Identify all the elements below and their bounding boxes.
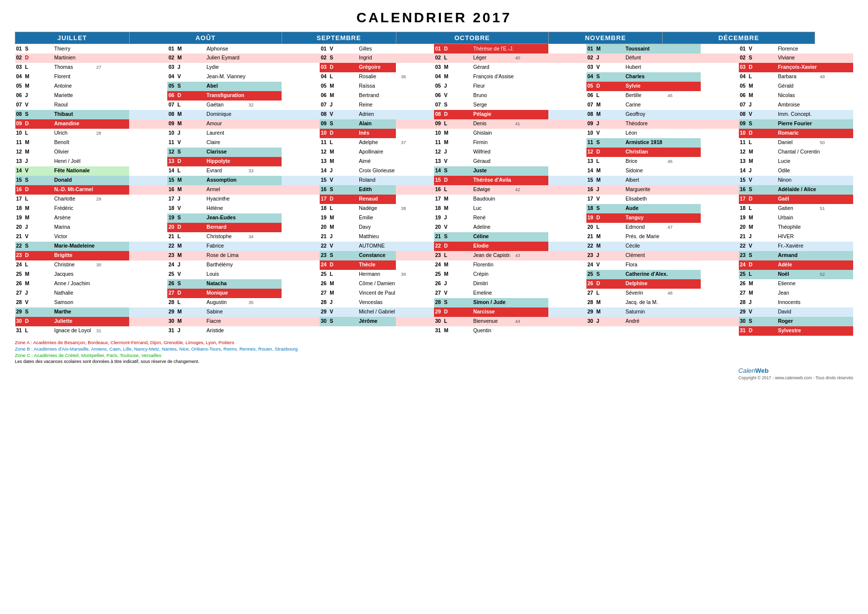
zone-a-text: Zone A : Académies de Besançon, Bordeaux… — [15, 340, 853, 345]
header-octobre: OCTOBRE — [396, 32, 548, 44]
calendar-table: JUILLET AOÛT SEPTEMBRE OCTOBRE NOVEMBRE … — [15, 32, 853, 336]
table-row: 09D Amandine 09M Amour 09S Alain 09L Den… — [15, 119, 854, 129]
header-septembre: SEPTEMBRE — [282, 32, 396, 44]
table-row: 20J Marina 20D Bernard 20M Davy 20V Adel… — [15, 223, 854, 232]
table-row: 16D N.-D. Mt-Carmel 16M Armel 16S Edith … — [15, 185, 854, 195]
table-row: 15S Donald 15M Assomption 15V Roland 15D… — [15, 176, 854, 185]
table-row: 12M Olivier 12S Clarisse 12M Apollinaire… — [15, 148, 854, 157]
table-row: 04M Florent 04V Jean-M. Vianney 04L Rosa… — [15, 72, 854, 82]
table-row: 03L Thomas 27 03J Lydie 03D Grégoire 03M… — [15, 63, 854, 72]
table-row: 19M Arsène 19S Jean-Eudes 19M Émilie 19J… — [15, 213, 854, 223]
table-row: 06J Mariette 06D Transfiguration 06M Ber… — [15, 91, 854, 101]
table-row: 26M Anne / Joachim 26S Natacha 26M Côme … — [15, 279, 854, 289]
table-row: 08S Thibaut 08M Dominique 08V Adrien 08D… — [15, 110, 854, 119]
table-row: 25M Jacques 25V Louis 25L Hermann 39 25M… — [15, 270, 854, 279]
table-row: 29S Marthe 29M Sabine 29V Michel / Gabri… — [15, 307, 854, 317]
table-row: 11M Benoît 11V Claire 11L Adelphe 37 11M… — [15, 138, 854, 148]
table-row: 07V Raoul 07L Gaétan 32 07J Reine 07S Se… — [15, 101, 854, 110]
table-row: 27J Nathalie 27D Monique 27M Vincent de … — [15, 289, 854, 298]
footer-bottom: CalenWeb Copyright © 2017 - www.calenweb… — [15, 367, 853, 380]
zone-b-text: Zone B : Académies d'Aix-Marseille, Amie… — [15, 346, 853, 352]
table-row: 23D Brigitte 23M Rose de Lima 23S Consta… — [15, 251, 854, 260]
table-row: 30D Juliette 30M Fiacre 30S Jérôme 30L B… — [15, 317, 854, 326]
table-row: 10L Ulrich 28 10J Laurent 10D Inès 10M G… — [15, 129, 854, 138]
table-row: 31L Ignace de Loyola 31 31J Aristide 31M… — [15, 326, 854, 336]
table-row: 13J Henri / Joël 13D Hippolyte 13M Aimé … — [15, 157, 854, 166]
header-decembre: DÉCEMBRE — [663, 32, 815, 44]
page-title: CALENDRIER 2017 — [15, 10, 853, 26]
table-row: 02D Martinien 02M Julien Eymard 02S Ingr… — [15, 53, 854, 63]
table-row: 17L Charlotte 29 17J Hyacinthe 17D Renau… — [15, 195, 854, 204]
header-aout: AOÛT — [129, 32, 282, 44]
table-row: 14V Fête Nationale 14L Evrard 33 14J Cro… — [15, 166, 854, 176]
table-row: 28V Samson 28L Augustin 35 28J Venceslas… — [15, 298, 854, 307]
copyright-text: Copyright © 2017 - www.calenweb.com - To… — [738, 375, 853, 380]
table-row: 21V Victor 21L Christophe 34 21J Matthie… — [15, 232, 854, 242]
header-novembre: NOVEMBRE — [548, 32, 663, 44]
table-row: 24L Christine 30 24J Barthélémy 24D Thèc… — [15, 260, 854, 270]
header-juillet: JUILLET — [15, 32, 130, 44]
table-row: 01S Thierry 01M Alphonse 01V Gilles 01D … — [15, 44, 854, 53]
footer-note: Les dates des vacances scolaires sont do… — [15, 359, 853, 364]
table-row: 18M Frédéric 18V Hélène 18L Nadège 38 18… — [15, 204, 854, 213]
footer-zones: Zone A : Académies de Besançon, Bordeaux… — [15, 340, 853, 364]
zone-c-text: Zone C : Académies de Créteil, Montpelli… — [15, 353, 853, 358]
table-row: 22S Marie-Madeleine 22M Fabrice 22V AUTO… — [15, 242, 854, 251]
table-row: 05M Antoine 05S Abel 05M Raïssa 05J Fleu… — [15, 82, 854, 91]
calenweb-logo: CalenWeb — [738, 367, 853, 374]
